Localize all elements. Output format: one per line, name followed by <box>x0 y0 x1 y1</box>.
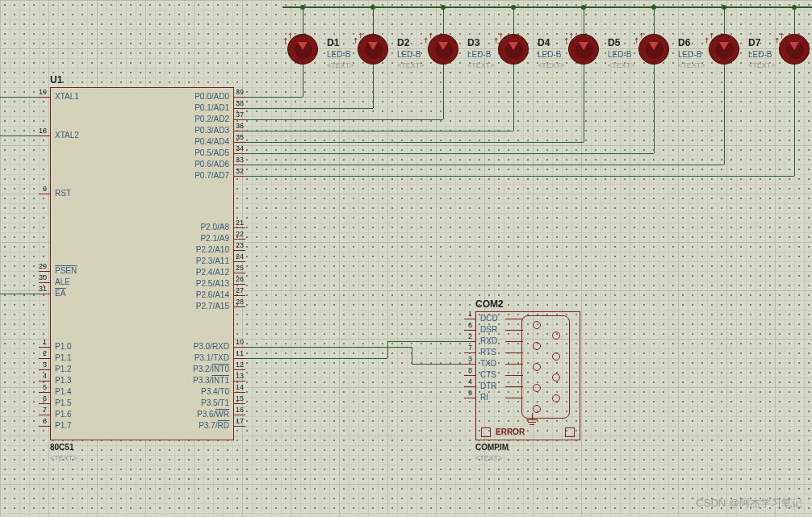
pin-label: XTAL2 <box>55 131 79 140</box>
com-pin-label: RI <box>480 393 488 402</box>
pin-stub <box>234 426 245 427</box>
error-label: ERROR <box>496 427 525 436</box>
pin-label: P2.1/A9 <box>200 234 229 243</box>
pin-stub <box>39 369 50 370</box>
wire-ea-in <box>0 294 39 294</box>
pin-label: P3.5/T1 <box>201 398 229 407</box>
led-part: LED-B <box>748 50 772 59</box>
com-ref: COM2 <box>475 298 504 310</box>
pin-label: EA <box>55 289 65 298</box>
pin-number: 12 <box>236 361 244 369</box>
pin-label: P0.7/AD7 <box>195 171 229 180</box>
pin-stub <box>39 392 50 393</box>
pin-stub <box>234 97 245 98</box>
wire-xtal1-in <box>0 97 39 98</box>
com-pin-number: 9 <box>461 389 472 397</box>
pin-label: P0.1/AD1 <box>195 103 229 112</box>
wire-txd-a <box>245 358 387 359</box>
wire-p0 <box>245 108 373 109</box>
com-pin-stub <box>464 330 475 331</box>
com-pin-label: RTS <box>480 348 496 356</box>
pin-stub <box>234 295 245 296</box>
com-pin-stub <box>464 319 475 319</box>
pin-number: 31 <box>36 285 47 293</box>
wire-led-cathode <box>373 65 374 108</box>
pin-stub <box>234 227 245 228</box>
pin-label: PSEN <box>55 266 77 275</box>
chip-ref: U1 <box>50 74 62 85</box>
led-symbol-icon <box>649 42 659 50</box>
led-ref: D1 <box>327 37 339 48</box>
pin-label: P1.2 <box>55 365 72 373</box>
pin-stub <box>234 261 245 262</box>
pin-label: P0.6/AD6 <box>195 160 229 169</box>
com-pin-label: DSR <box>480 325 497 334</box>
db9-pin-hole <box>552 394 560 402</box>
db9-connector <box>521 315 570 419</box>
pin-stub <box>39 194 50 194</box>
pin-number: 21 <box>236 219 244 227</box>
pin-stub <box>234 369 245 370</box>
com-pin-stub <box>464 352 475 353</box>
db9-internal-wire <box>505 319 523 319</box>
pin-number: 25 <box>236 264 244 272</box>
chip-text-placeholder: <TEXT> <box>50 454 77 462</box>
pin-number: 10 <box>236 338 244 346</box>
wire-led-cathode <box>443 65 444 119</box>
com-part: COMPIM <box>475 443 509 452</box>
db9-internal-wire <box>505 375 523 376</box>
pin-number: 22 <box>236 230 244 238</box>
pin-number: 24 <box>236 252 244 261</box>
pin-label: P3.3/INT1 <box>193 376 229 385</box>
wire-p0 <box>245 176 794 177</box>
pin-label: P3.2/INT0 <box>193 365 229 373</box>
led-ref: D7 <box>748 37 760 48</box>
pin-label: ALE <box>55 277 70 286</box>
led-ref: D5 <box>608 37 620 48</box>
wire-led-anode <box>513 7 514 34</box>
com-pin-number: 4 <box>461 377 472 386</box>
pin-label: P1.1 <box>55 353 72 362</box>
wire-led-anode <box>584 7 584 34</box>
wire-led-cathode <box>794 65 795 176</box>
pin-stub <box>234 131 245 131</box>
db9-pin-hole <box>533 342 541 350</box>
pin-number: 15 <box>236 394 244 402</box>
wire-led-cathode <box>724 65 725 165</box>
led-text-placeholder: <TEXT> <box>467 61 495 69</box>
pin-number: 35 <box>236 133 244 141</box>
pin-label: P1.3 <box>55 376 72 385</box>
pin-number: 30 <box>36 273 47 281</box>
pin-stub <box>234 347 245 348</box>
error-box-right <box>565 427 575 437</box>
pin-number: 2 <box>36 349 47 357</box>
led-symbol-icon <box>298 42 308 50</box>
pin-number: 33 <box>236 156 244 164</box>
pin-stub <box>39 136 50 136</box>
com-pin-stub <box>464 341 475 342</box>
pin-label: P2.7/A15 <box>196 302 229 311</box>
pin-stub <box>39 282 50 283</box>
pin-label: P0.3/AD3 <box>195 126 229 135</box>
pin-label: P2.4/A12 <box>196 268 229 277</box>
pin-label: P3.4/T0 <box>201 387 229 396</box>
led-part: LED-B <box>327 50 350 59</box>
wire-led-cathode <box>303 65 303 97</box>
pin-label: P2.5/A13 <box>196 279 229 288</box>
led-ref: D2 <box>397 37 409 48</box>
wire-led-anode <box>443 7 444 34</box>
pin-label: P0.2/AD2 <box>195 115 229 123</box>
com-text-placeholder: <TEXT> <box>475 454 503 462</box>
pin-stub <box>234 165 245 165</box>
pin-number: 3 <box>36 361 47 369</box>
com-pin-stub <box>464 386 475 387</box>
led-symbol-icon <box>719 42 729 50</box>
led-symbol-icon <box>438 42 448 50</box>
db9-internal-wire <box>505 386 523 387</box>
db9-pin-hole <box>552 373 560 381</box>
pin-stub <box>234 142 245 143</box>
pin-number: 26 <box>236 275 244 283</box>
pin-stub <box>39 415 50 415</box>
wire-led-anode <box>373 7 374 34</box>
wire-led-cathode <box>654 65 655 153</box>
